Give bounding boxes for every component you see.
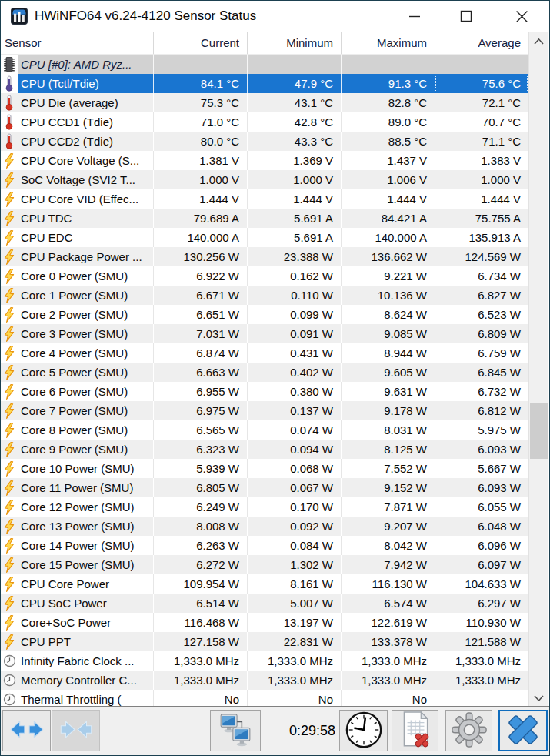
sensor-row[interactable]: CPU Core VID (Effec...1.444 V1.444 V1.44…	[1, 189, 528, 209]
logging-button[interactable]	[392, 710, 438, 751]
lightning-icon	[1, 536, 18, 555]
sensor-group-row[interactable]: CPU [#0]: AMD Ryz...	[1, 55, 528, 74]
lightning-icon	[1, 440, 18, 459]
sensor-row[interactable]: Core 3 Power (SMU)7.031 W0.091 W9.085 W6…	[1, 324, 528, 343]
sensor-value: 0.137 W	[247, 401, 341, 420]
minimize-button[interactable]	[395, 1, 434, 32]
sensor-value: 5.667 W	[435, 459, 528, 478]
sensor-row[interactable]: CPU EDC140.000 A5.691 A140.000 A135.913 …	[1, 228, 528, 247]
sensor-row[interactable]: Core 0 Power (SMU)6.922 W0.162 W9.221 W6…	[1, 266, 528, 286]
close-window-button[interactable]	[502, 1, 541, 32]
vertical-scrollbar[interactable]	[528, 32, 548, 707]
title-bar[interactable]: HWiNFO64 v6.24-4120 Sensor Status	[1, 1, 549, 32]
sensor-value: 88.5 °C	[341, 132, 435, 151]
scroll-up-icon[interactable]	[529, 32, 548, 51]
sensor-row[interactable]: CPU Die (average)75.3 °C43.1 °C82.8 °C72…	[1, 93, 528, 112]
sensor-value: 6.922 W	[153, 266, 247, 286]
sensor-row[interactable]: CPU TDC79.689 A5.691 A84.421 A75.755 A	[1, 209, 528, 228]
sensor-row[interactable]: Core 7 Power (SMU)6.975 W0.137 W9.178 W6…	[1, 401, 528, 420]
sensor-value: 6.805 W	[153, 478, 247, 497]
close-button[interactable]	[498, 710, 548, 751]
sensor-row[interactable]: Core 11 Power (SMU)6.805 W0.067 W9.152 W…	[1, 478, 528, 497]
scrollbar-thumb[interactable]	[530, 403, 548, 459]
sensor-label: CPU Die (average)	[18, 93, 153, 112]
sensor-value: 6.048 W	[435, 517, 528, 536]
sensor-value: 71.1 °C	[435, 132, 528, 151]
sensor-value: 5.007 W	[247, 594, 341, 613]
sensor-value: 6.093 W	[435, 478, 528, 497]
sensor-label: Core 0 Power (SMU)	[18, 266, 153, 286]
sensor-value: 122.619 W	[341, 613, 435, 632]
lightning-icon	[1, 613, 18, 632]
column-header-maximum[interactable]: Maximum	[341, 32, 435, 54]
sensor-label: Core 14 Power (SMU)	[18, 536, 153, 555]
lightning-icon	[1, 478, 18, 497]
lightning-icon	[1, 401, 18, 420]
sensor-row[interactable]: Core 13 Power (SMU)8.008 W0.092 W9.207 W…	[1, 517, 528, 536]
column-header-minimum[interactable]: Minimum	[247, 32, 341, 54]
expand-columns-button[interactable]	[2, 710, 51, 751]
sensor-row[interactable]: Core 12 Power (SMU)6.249 W0.170 W7.871 W…	[1, 497, 528, 517]
sensor-value: 89.0 °C	[341, 112, 435, 132]
sensor-row[interactable]: Core+SoC Power116.468 W13.197 W122.619 W…	[1, 613, 528, 632]
expand-arrows-icon	[9, 719, 45, 742]
settings-button[interactable]	[445, 710, 492, 751]
sensor-value: 6.323 W	[153, 440, 247, 459]
collapse-columns-button[interactable]	[52, 710, 100, 751]
sensor-row[interactable]: CPU SoC Power6.514 W5.007 W6.574 W6.297 …	[1, 594, 528, 613]
sensor-row[interactable]: CPU (Tctl/Tdie)84.1 °C47.9 °C91.3 °C75.6…	[1, 74, 528, 93]
sensor-row[interactable]: CPU Core Power109.954 W8.161 W116.130 W1…	[1, 574, 528, 594]
sensor-row[interactable]: CPU Package Power ...130.256 W23.388 W13…	[1, 247, 528, 266]
column-header-current[interactable]: Current	[153, 32, 247, 54]
sensor-row[interactable]: SoC Voltage (SVI2 T...1.000 V1.000 V1.00…	[1, 170, 528, 189]
sensor-value: 6.663 W	[153, 363, 247, 382]
sensor-value: 47.9 °C	[247, 74, 341, 93]
sensor-value: 0.091 W	[247, 324, 341, 343]
sensor-label: Core+SoC Power	[18, 613, 153, 632]
sensor-value: 6.055 W	[435, 497, 528, 517]
column-header-average[interactable]: Average	[435, 32, 528, 54]
clock-button[interactable]	[339, 710, 388, 751]
sensor-row[interactable]: Core 5 Power (SMU)6.663 W0.402 W9.605 W6…	[1, 363, 528, 382]
sensor-value: 6.651 W	[153, 305, 247, 324]
sensor-row[interactable]: CPU PPT127.158 W22.831 W133.378 W121.588…	[1, 632, 528, 651]
sensor-value: 1,333.0 MHz	[341, 671, 435, 690]
sensor-row[interactable]: Core 14 Power (SMU)6.263 W0.084 W8.042 W…	[1, 536, 528, 555]
sensor-row[interactable]: Core 2 Power (SMU)6.651 W0.099 W8.624 W6…	[1, 305, 528, 324]
sensor-label: CPU [#0]: AMD Ryz...	[18, 55, 153, 74]
sensor-value: 1.437 V	[341, 151, 435, 170]
sensor-row[interactable]: Core 10 Power (SMU)5.939 W0.068 W7.552 W…	[1, 459, 528, 478]
scroll-down-icon[interactable]	[529, 689, 548, 707]
sensor-value: 0.431 W	[247, 343, 341, 363]
sensor-value: No	[247, 690, 341, 707]
sensor-row[interactable]: Core 4 Power (SMU)6.874 W0.431 W8.944 W6…	[1, 343, 528, 363]
sensor-value: 23.388 W	[247, 247, 341, 266]
lightning-icon	[1, 209, 18, 228]
sensor-row[interactable]: CPU CCD2 (Tdie)80.0 °C43.3 °C88.5 °C71.1…	[1, 132, 528, 151]
column-header-sensor[interactable]: Sensor	[1, 32, 153, 54]
sensor-value: 135.913 A	[435, 228, 528, 247]
sensor-row[interactable]: Core 8 Power (SMU)6.565 W0.074 W8.031 W5…	[1, 420, 528, 440]
sensor-row[interactable]: Infinity Fabric Clock ...1,333.0 MHz1,33…	[1, 651, 528, 671]
sensor-label: Core 10 Power (SMU)	[18, 459, 153, 478]
sensor-value: 6.955 W	[153, 382, 247, 401]
sensor-row[interactable]: Thermal Throttling (NoNoNo	[1, 690, 528, 707]
sensor-row[interactable]: CPU CCD1 (Tdie)71.0 °C42.8 °C89.0 °C70.7…	[1, 112, 528, 132]
sensor-value: 91.3 °C	[341, 74, 435, 93]
sensor-row[interactable]: Core 9 Power (SMU)6.323 W0.094 W8.125 W6…	[1, 440, 528, 459]
sensor-row[interactable]: CPU Core Voltage (S...1.381 V1.369 V1.43…	[1, 151, 528, 170]
sensor-value: 9.605 W	[341, 363, 435, 382]
sensor-label: CPU Core Power	[18, 574, 153, 594]
sensor-value: 121.588 W	[435, 632, 528, 651]
sensor-row[interactable]: Core 1 Power (SMU)6.671 W0.110 W10.136 W…	[1, 286, 528, 305]
sensor-row[interactable]: Memory Controller C...1,333.0 MHz1,333.0…	[1, 671, 528, 690]
sensor-value: 1.302 W	[247, 555, 341, 574]
hwinfo-app-icon[interactable]	[11, 8, 28, 25]
maximize-button[interactable]	[447, 1, 485, 32]
clock-icon	[1, 690, 18, 707]
sensor-label: Core 8 Power (SMU)	[18, 420, 153, 440]
remote-monitoring-button[interactable]	[210, 710, 261, 751]
sensor-value	[435, 55, 528, 74]
sensor-row[interactable]: Core 15 Power (SMU)6.272 W1.302 W7.942 W…	[1, 555, 528, 574]
sensor-row[interactable]: Core 6 Power (SMU)6.955 W0.380 W9.631 W6…	[1, 382, 528, 401]
